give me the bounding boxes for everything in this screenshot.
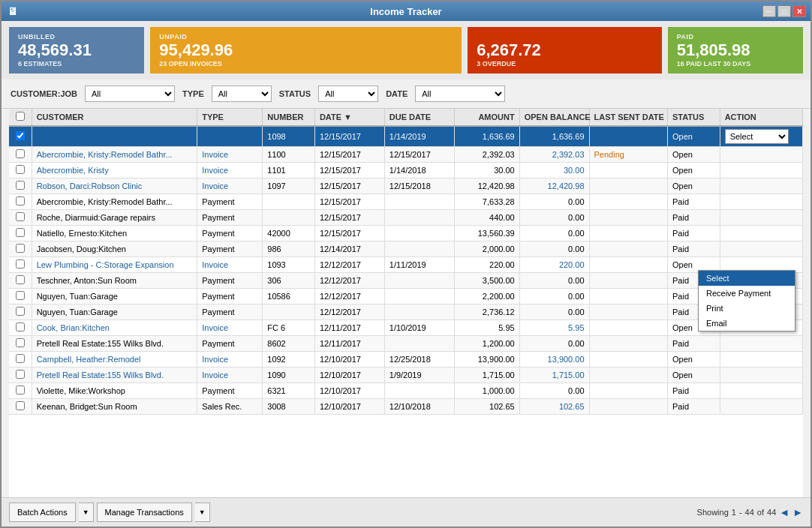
row-status: Paid [668, 194, 720, 210]
row-customer[interactable]: Cook, Brian:Kitchen [32, 126, 197, 147]
row-checkbox[interactable] [16, 275, 25, 284]
row-checkbox[interactable] [16, 260, 25, 268]
row-checkbox[interactable] [16, 244, 25, 253]
dropdown-receive-payment[interactable]: Receive Payment [699, 286, 795, 301]
row-action[interactable]: SelectReceive PaymentPrintEmail [720, 126, 802, 147]
row-customer[interactable]: Nguyen, Tuan:Garage [32, 304, 197, 320]
type-select[interactable]: All [212, 86, 272, 102]
row-action[interactable] [720, 163, 802, 178]
row-checkbox[interactable] [16, 386, 25, 394]
row-checkbox[interactable] [16, 149, 25, 158]
row-checkbox[interactable] [16, 401, 25, 410]
row-checkbox-cell[interactable] [9, 257, 32, 273]
dropdown-print[interactable]: Print [699, 301, 795, 316]
minimize-button[interactable]: ─ [762, 5, 776, 17]
row-customer[interactable]: Robson, Darci:Robson Clinic [32, 178, 197, 194]
row-checkbox[interactable] [16, 228, 25, 237]
row-checkbox-cell[interactable] [9, 336, 32, 352]
row-customer[interactable]: Abercrombie, Kristy:Remodel Bathr... [32, 194, 197, 210]
row-checkbox-cell[interactable] [9, 178, 32, 194]
row-checkbox[interactable] [16, 307, 25, 316]
row-checkbox-cell[interactable] [9, 210, 32, 226]
manage-transactions-arrow[interactable]: ▼ [195, 502, 210, 522]
row-customer[interactable]: Lew Plumbing - C:Storage Expansion [32, 257, 197, 273]
row-customer[interactable]: Roche, Diarmuid:Garage repairs [32, 210, 197, 226]
row-checkbox-cell[interactable] [9, 304, 32, 320]
row-customer[interactable]: Keenan, Bridget:Sun Room [32, 399, 197, 415]
row-type: Payment [197, 383, 263, 399]
date-select[interactable]: All [415, 86, 505, 102]
row-customer[interactable]: Natiello, Ernesto:Kitchen [32, 226, 197, 242]
row-checkbox[interactable] [16, 354, 25, 363]
header-open-balance[interactable]: OPEN BALANCE [519, 109, 589, 126]
row-customer[interactable]: Cook, Brian:Kitchen [32, 320, 197, 336]
header-status[interactable]: STATUS [668, 109, 720, 126]
row-action[interactable] [720, 399, 802, 415]
row-checkbox-cell[interactable] [9, 126, 32, 147]
row-customer[interactable]: Abercrombie, Kristy:Remodel Bathr... [32, 147, 197, 163]
row-action[interactable] [720, 194, 802, 210]
header-number[interactable]: NUMBER [263, 109, 315, 126]
row-action[interactable] [720, 242, 802, 257]
row-checkbox-cell[interactable] [9, 383, 32, 399]
row-action[interactable] [720, 147, 802, 163]
row-checkbox[interactable] [16, 165, 25, 174]
customer-job-select[interactable]: All [85, 86, 175, 102]
batch-actions-button[interactable]: Batch Actions [9, 502, 76, 522]
row-action[interactable] [720, 210, 802, 226]
header-date[interactable]: DATE ▼ [314, 109, 384, 126]
row-checkbox-cell[interactable] [9, 242, 32, 257]
row-checkbox-cell[interactable] [9, 368, 32, 383]
row-checkbox[interactable] [16, 181, 25, 190]
action-dropdown[interactable]: Select Receive Payment Print Email [698, 270, 795, 332]
row-checkbox-cell[interactable] [9, 352, 32, 368]
header-type[interactable]: TYPE [197, 109, 263, 126]
row-checkbox[interactable] [16, 291, 25, 300]
header-due-date[interactable]: DUE DATE [384, 109, 454, 126]
dropdown-email[interactable]: Email [699, 316, 795, 331]
row-customer[interactable]: Campbell, Heather:Remodel [32, 352, 197, 368]
row-customer[interactable]: Violette, Mike:Workshop [32, 383, 197, 399]
row-checkbox[interactable] [16, 322, 25, 332]
header-checkbox-col[interactable] [9, 109, 32, 126]
header-amount[interactable]: AMOUNT [454, 109, 519, 126]
prev-page-arrow[interactable]: ◄ [779, 506, 789, 518]
row-customer[interactable]: Pretell Real Estate:155 Wilks Blvd. [32, 336, 197, 352]
row-action[interactable] [720, 226, 802, 242]
row-checkbox-cell[interactable] [9, 273, 32, 289]
close-button[interactable]: ✕ [792, 5, 806, 17]
row-customer[interactable]: Pretell Real Estate:155 Wilks Blvd. [32, 368, 197, 383]
row-checkbox-cell[interactable] [9, 163, 32, 178]
row-checkbox[interactable] [16, 196, 25, 206]
row-open-balance: 2,392.03 [519, 147, 589, 163]
row-checkbox[interactable] [16, 338, 25, 347]
row-checkbox[interactable] [16, 370, 25, 379]
row-action[interactable] [720, 336, 802, 352]
row-customer[interactable]: Nguyen, Tuan:Garage [32, 289, 197, 304]
row-action[interactable] [720, 368, 802, 383]
row-checkbox[interactable] [16, 212, 25, 221]
row-action[interactable] [720, 178, 802, 194]
row-checkbox-cell[interactable] [9, 289, 32, 304]
header-last-sent-date[interactable]: LAST SENT DATE [589, 109, 667, 126]
header-customer[interactable]: CUSTOMER [32, 109, 197, 126]
row-customer[interactable]: Teschner, Anton:Sun Room [32, 273, 197, 289]
status-select[interactable]: All [318, 86, 378, 102]
row-customer[interactable]: Abercrombie, Kristy [32, 163, 197, 178]
action-select[interactable]: SelectReceive PaymentPrintEmail [725, 129, 789, 144]
manage-transactions-button[interactable]: Manage Transactions [97, 502, 192, 522]
row-action[interactable] [720, 383, 802, 399]
dropdown-select[interactable]: Select [699, 271, 795, 286]
select-all-checkbox[interactable] [16, 112, 25, 121]
row-checkbox-cell[interactable] [9, 320, 32, 336]
row-checkbox[interactable] [16, 131, 25, 140]
row-action[interactable] [720, 352, 802, 368]
row-checkbox-cell[interactable] [9, 194, 32, 210]
next-page-arrow[interactable]: ► [792, 506, 803, 518]
restore-button[interactable]: □ [777, 5, 791, 17]
row-checkbox-cell[interactable] [9, 226, 32, 242]
row-checkbox-cell[interactable] [9, 399, 32, 415]
batch-actions-arrow[interactable]: ▼ [79, 502, 94, 522]
row-customer[interactable]: Jacobsen, Doug:Kitchen [32, 242, 197, 257]
row-checkbox-cell[interactable] [9, 147, 32, 163]
